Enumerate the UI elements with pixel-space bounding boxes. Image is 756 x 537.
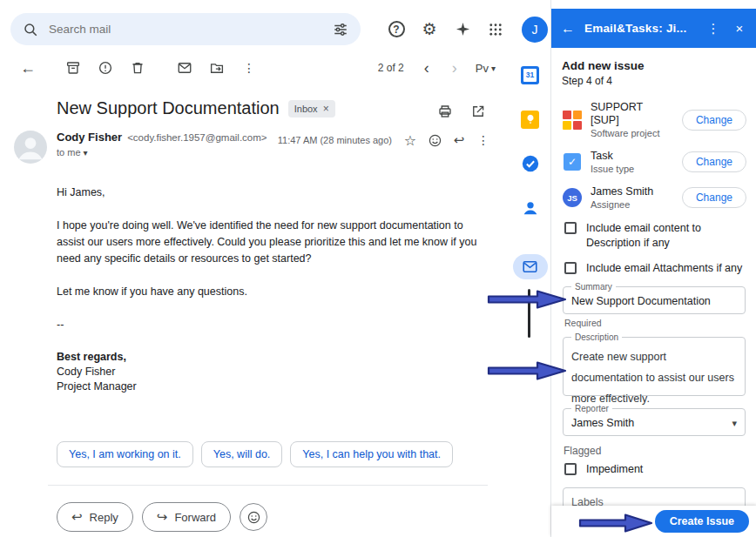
emoji-reaction-button[interactable] — [423, 129, 446, 151]
change-project-button[interactable]: Change — [682, 110, 746, 131]
delete-button[interactable] — [124, 54, 152, 82]
more-actions-button[interactable]: ⋮ — [235, 54, 263, 82]
toolbar-group-1 — [59, 54, 152, 82]
smiley-icon — [428, 133, 442, 148]
labels-field[interactable]: Labels — [563, 487, 746, 506]
jira-addon-button[interactable] — [513, 254, 548, 279]
help-button[interactable]: ? — [381, 14, 412, 45]
keep-app-button[interactable] — [513, 102, 548, 137]
assignee-subtitle: Assignee — [591, 199, 674, 210]
smart-reply-1[interactable]: Yes, I am working on it. — [57, 441, 193, 467]
body-paragraph-2: Let me know if you have any questions. — [57, 284, 485, 300]
smiley-icon — [246, 510, 261, 525]
summary-field[interactable]: Summary New Support Documentation — [563, 286, 746, 314]
archive-button[interactable] — [59, 54, 87, 82]
reply-actions: ↩ Reply ↪ Forward — [57, 502, 267, 532]
sender-meta: 11:47 AM (28 minutes ago) ☆ ↩ ⋮ — [278, 129, 495, 151]
email-subject: New Support Documentation — [57, 98, 280, 118]
newer-email-button[interactable]: ‹ — [416, 56, 437, 80]
issue-type-row: ✓ Task Issue type Change — [562, 150, 746, 174]
addon-menu-button[interactable]: ⋮ — [705, 21, 722, 37]
apps-button[interactable] — [480, 14, 511, 45]
search-icon[interactable] — [23, 22, 38, 37]
smart-reply-2[interactable]: Yes, will do. — [201, 441, 283, 467]
gemini-button[interactable] — [447, 14, 478, 45]
sender-name: Cody Fisher — [57, 131, 122, 144]
inbox-label-chip[interactable]: Inbox × — [288, 100, 335, 117]
reporter-value: James Smith — [571, 417, 634, 429]
annotation-arrow-description — [487, 359, 567, 382]
body-paragraph-1: I hope you're doing well. We've identifi… — [57, 218, 485, 267]
recipient-details-toggle[interactable]: to me ▾ — [57, 147, 88, 158]
project-name: SUPPORT [SUP] — [591, 101, 674, 127]
back-button[interactable]: ← — [14, 54, 42, 82]
include-attachments-row: Include email Attachments if any — [562, 261, 746, 276]
toolbar-right: 2 of 2 ‹ › Pv▾ — [378, 56, 496, 80]
apps-grid-icon — [488, 22, 503, 37]
reply-icon-button[interactable]: ↩ — [448, 129, 470, 151]
search-options-icon[interactable] — [333, 22, 348, 37]
reply-button[interactable]: ↩ Reply — [57, 502, 133, 532]
include-content-label: Include email content to Description if … — [586, 221, 736, 251]
email-toolbar: ← ⋮ 2 of 2 ‹ › Pv▾ — [0, 52, 510, 84]
open-in-new-icon — [470, 104, 486, 119]
create-issue-button[interactable]: Create Issue — [655, 510, 749, 533]
older-email-button[interactable]: › — [444, 56, 465, 80]
impediment-row: Impediment — [562, 462, 746, 477]
labels-placeholder[interactable]: Labels — [564, 488, 745, 506]
search-bar[interactable] — [10, 13, 361, 45]
forward-button[interactable]: ↪ Forward — [142, 502, 231, 532]
addon-back-button[interactable]: ← — [560, 21, 576, 37]
contacts-person-icon — [521, 198, 540, 218]
tasks-app-button[interactable] — [513, 146, 548, 181]
assignee-avatar: JS — [563, 188, 582, 207]
gear-icon: ⚙ — [422, 21, 436, 37]
include-content-checkbox[interactable] — [564, 222, 577, 234]
star-button[interactable]: ☆ — [399, 129, 422, 151]
report-spam-button[interactable] — [91, 54, 119, 82]
trash-icon — [130, 60, 145, 76]
addon-close-button[interactable]: × — [731, 21, 748, 36]
help-icon: ? — [388, 21, 405, 37]
chevron-down-icon[interactable]: ▾ — [732, 418, 737, 429]
smart-reply-3[interactable]: Yes, I can help you with that. — [290, 441, 453, 467]
subject-row: New Support Documentation Inbox × — [57, 98, 335, 118]
forward-arrow-icon: ↪ — [157, 509, 168, 525]
chevron-down-icon: ▾ — [491, 64, 496, 73]
addon-step: Step 4 of 4 — [562, 75, 746, 87]
remove-label-icon[interactable]: × — [323, 103, 329, 115]
person-icon — [14, 131, 47, 164]
impediment-checkbox[interactable] — [564, 463, 577, 475]
input-tools-dropdown[interactable]: Pv▾ — [476, 62, 496, 75]
reporter-field[interactable]: Reporter James Smith ▾ — [563, 408, 746, 436]
sender-row: Cody Fisher <cody.fisher.1957@gmail.com>… — [14, 131, 495, 164]
mark-unread-button[interactable] — [171, 54, 199, 82]
reply-label: Reply — [90, 511, 118, 524]
sparkle-icon — [455, 21, 471, 37]
contacts-app-button[interactable] — [513, 191, 548, 225]
open-in-new-button[interactable] — [467, 100, 489, 123]
chevron-down-icon: ▾ — [84, 148, 88, 158]
gmail-app: ? ⚙ J ← ⋮ 2 of 2 ‹ › Pv▾ New Support Doc… — [0, 0, 756, 537]
add-emoji-button[interactable] — [240, 503, 267, 531]
description-field[interactable]: Description Create new support documenta… — [563, 337, 746, 396]
pagination-counter: 2 of 2 — [378, 62, 404, 74]
calendar-app-button[interactable]: 31 — [513, 57, 548, 92]
include-attachments-checkbox[interactable] — [564, 262, 577, 274]
sender-avatar[interactable] — [14, 131, 47, 164]
message-more-button[interactable]: ⋮ — [472, 129, 495, 151]
change-assignee-button[interactable]: Change — [682, 187, 746, 208]
search-input[interactable] — [49, 23, 322, 36]
change-issue-type-button[interactable]: Change — [682, 151, 746, 172]
settings-button[interactable]: ⚙ — [414, 14, 445, 45]
summary-required-hint: Required — [564, 318, 746, 328]
inbox-label-text: Inbox — [294, 104, 318, 114]
assignee-row: JS James Smith Assignee Change — [562, 185, 746, 210]
print-button[interactable] — [434, 100, 456, 123]
forward-label: Forward — [174, 511, 216, 524]
summary-label: Summary — [571, 281, 616, 292]
calendar-icon: 31 — [521, 66, 539, 84]
project-row: SUPPORT [SUP] Software project Change — [562, 101, 746, 138]
move-to-button[interactable] — [203, 54, 231, 82]
account-avatar[interactable]: J — [522, 17, 548, 43]
